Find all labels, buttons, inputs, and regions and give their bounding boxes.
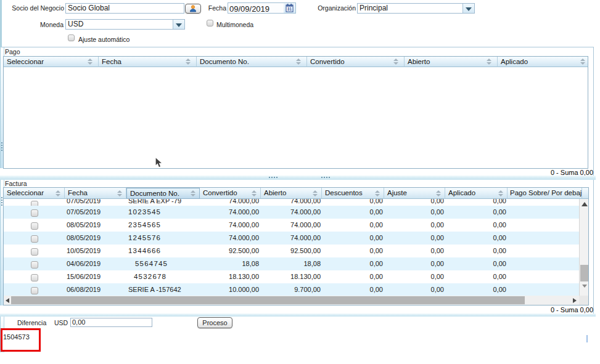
svg-text:31: 31 [287,7,292,11]
